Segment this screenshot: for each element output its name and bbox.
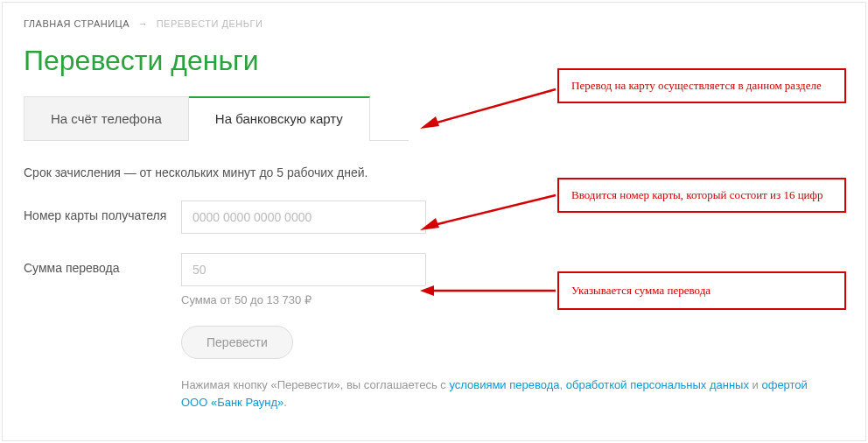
callout-card: Вводится номер карты, который состоит из… (557, 178, 846, 213)
tab-card[interactable]: На банковскую карту (189, 96, 370, 140)
legal-prefix: Нажимая кнопку «Перевести», вы соглашает… (181, 378, 449, 391)
breadcrumb-separator: → (138, 18, 149, 29)
breadcrumb: ГЛАВНАЯ СТРАНИЦА → ПЕРЕВЕСТИ ДЕНЬГИ (24, 18, 844, 29)
legal-link-terms[interactable]: условиями перевода (449, 378, 559, 391)
card-label: Номер карты получателя (24, 200, 181, 223)
tab-phone[interactable]: На счёт телефона (24, 96, 189, 140)
callout-amount: Указывается сумма перевода (557, 271, 846, 310)
tabs: На счёт телефона На банковскую карту (24, 96, 409, 141)
breadcrumb-current: ПЕРЕВЕСТИ ДЕНЬГИ (157, 18, 263, 29)
callout-tab: Перевод на карту осуществляется в данном… (557, 68, 846, 103)
amount-input[interactable] (181, 253, 426, 286)
legal-suffix: . (284, 396, 287, 409)
legal-text: Нажимая кнопку «Перевести», вы соглашает… (181, 376, 829, 411)
card-input[interactable] (181, 200, 426, 234)
legal-sep1: , (560, 378, 566, 391)
breadcrumb-home[interactable]: ГЛАВНАЯ СТРАНИЦА (24, 18, 130, 29)
amount-hint: Сумма от 50 до 13 730 ₽ (181, 293, 426, 306)
submit-button[interactable]: Перевести (181, 326, 293, 359)
amount-label: Сумма перевода (24, 253, 181, 276)
legal-sep2: и (749, 378, 762, 391)
legal-link-privacy[interactable]: обработкой персональных данных (566, 378, 749, 391)
